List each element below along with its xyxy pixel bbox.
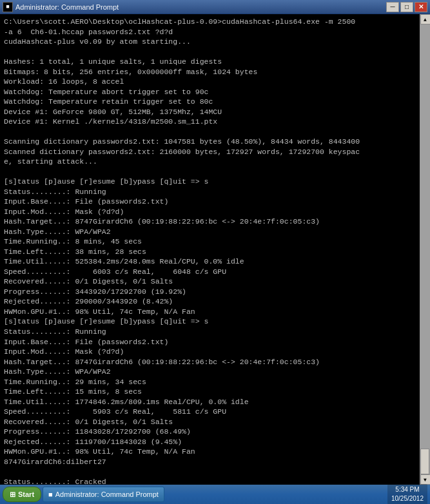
- scroll-thumb[interactable]: [420, 449, 429, 474]
- terminal-output[interactable]: C:\Users\scott.AERO\Desktop\oclHashcat-p…: [0, 14, 420, 485]
- taskbar-cmd-icon: ■: [48, 490, 53, 498]
- clock-time: 5:34 PM: [391, 485, 424, 494]
- start-label: Start: [18, 490, 34, 498]
- scroll-track[interactable]: [420, 24, 430, 474]
- taskbar-window-button[interactable]: ■ Administrator: Command Prompt: [43, 487, 164, 502]
- close-button[interactable]: ✕: [415, 2, 427, 12]
- titlebar-buttons: ─ □ ✕: [386, 2, 427, 12]
- scroll-down-arrow[interactable]: ▼: [420, 474, 431, 485]
- vertical-scrollbar[interactable]: ▲ ▼: [420, 14, 430, 485]
- clock-date: 10/25/2012: [391, 494, 424, 503]
- taskbar: ⊞ Start ■ Administrator: Command Prompt …: [0, 485, 430, 504]
- taskbar-right: 5:34 PM 10/25/2012: [387, 484, 427, 504]
- cmd-icon: ■: [3, 2, 13, 12]
- taskbar-window-label: Administrator: Command Prompt: [55, 490, 159, 498]
- window: ■ Administrator: Command Prompt ─ □ ✕ C:…: [0, 0, 430, 504]
- content-area: C:\Users\scott.AERO\Desktop\oclHashcat-p…: [0, 14, 430, 485]
- windows-logo-icon: ⊞: [10, 490, 15, 499]
- system-clock: 5:34 PM 10/25/2012: [387, 484, 427, 504]
- titlebar: ■ Administrator: Command Prompt ─ □ ✕: [0, 0, 430, 14]
- titlebar-left: ■ Administrator: Command Prompt: [3, 2, 119, 12]
- scroll-up-arrow[interactable]: ▲: [420, 14, 431, 24]
- window-title: Administrator: Command Prompt: [15, 3, 119, 11]
- maximize-button[interactable]: □: [400, 2, 413, 12]
- minimize-button[interactable]: ─: [386, 2, 399, 12]
- start-button[interactable]: ⊞ Start: [3, 487, 41, 502]
